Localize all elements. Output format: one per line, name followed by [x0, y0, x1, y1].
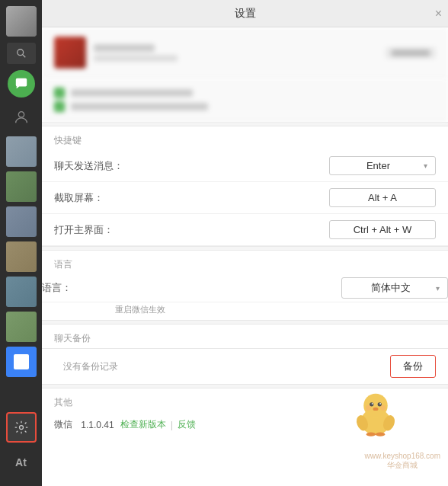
- language-section-label: 语言: [42, 251, 448, 274]
- options-section: [42, 78, 448, 122]
- backup-row: 没有备份记录 备份: [54, 355, 436, 378]
- backup-section-label: 聊天备份: [42, 325, 448, 348]
- language-chevron-icon: ▾: [436, 284, 440, 293]
- language-row: 语言： 简体中文 ▾: [42, 274, 448, 302]
- send-message-select[interactable]: Enter ▾: [329, 156, 436, 175]
- sidebar-item-settings[interactable]: [6, 412, 37, 443]
- svg-point-3: [19, 426, 23, 430]
- version-number: [72, 420, 75, 430]
- send-message-label: 聊天发送消息：: [54, 159, 329, 173]
- sidebar-item-1[interactable]: [6, 136, 37, 167]
- option-item-2: [54, 101, 436, 112]
- avatar[interactable]: [6, 6, 37, 37]
- sidebar-item-contacts[interactable]: [6, 102, 37, 133]
- option-item-1: [54, 88, 436, 98]
- option-label-1: [71, 89, 193, 97]
- sidebar-item-5[interactable]: [6, 277, 37, 307]
- backup-section: 没有备份记录 备份: [42, 348, 448, 384]
- sidebar-item-chat[interactable]: [6, 69, 37, 99]
- settings-body: 快捷键 聊天发送消息： Enter ▾ 截取屏幕： Alt + A 打开主界面：…: [42, 27, 448, 486]
- sidebar-item-6[interactable]: [6, 312, 37, 342]
- sidebar-item-4[interactable]: [6, 241, 37, 272]
- sidebar: At: [0, 0, 42, 486]
- account-section: [42, 27, 448, 78]
- settings-panel: 设置 ×: [42, 0, 448, 486]
- language-value: 简体中文: [350, 281, 431, 295]
- screenshot-row: 截取屏幕： Alt + A: [42, 182, 448, 214]
- sidebar-top: [0, 0, 42, 379]
- backup-button[interactable]: 备份: [390, 355, 436, 378]
- checkbox-2[interactable]: [54, 101, 65, 112]
- other-section-label: 其他: [42, 388, 448, 412]
- account-id: [94, 55, 386, 62]
- version-label: 微信: [54, 418, 72, 431]
- sidebar-bottom: At: [0, 410, 42, 486]
- open-main-shortcut: Ctrl + Alt + W: [329, 220, 436, 239]
- open-main-row: 打开主界面： Ctrl + Alt + W: [42, 214, 448, 246]
- option-label-2: [71, 103, 208, 110]
- account-avatar: [54, 37, 86, 69]
- language-select[interactable]: 简体中文 ▾: [341, 277, 448, 299]
- svg-point-0: [17, 50, 23, 56]
- separator: |: [171, 419, 173, 430]
- shortcuts-section-label: 快捷键: [42, 126, 448, 150]
- settings-header: 设置 ×: [42, 0, 448, 27]
- sidebar-item-2[interactable]: [6, 171, 37, 202]
- language-label: 语言：: [42, 281, 341, 295]
- checkbox-1[interactable]: [54, 88, 65, 98]
- version-row: 微信 1.1.0.41 检查新版本 | 反馈: [54, 418, 436, 431]
- feedback-link[interactable]: 反馈: [178, 418, 196, 431]
- gear-icon: [14, 420, 29, 435]
- open-main-label: 打开主界面：: [54, 223, 329, 237]
- close-button[interactable]: ×: [435, 7, 442, 21]
- app-container: At 设置 ×: [0, 0, 448, 486]
- sidebar-item-at[interactable]: At: [6, 447, 37, 478]
- at-label: At: [15, 456, 27, 468]
- settings-title: 设置: [235, 7, 256, 21]
- screenshot-shortcut: Alt + A: [329, 188, 436, 207]
- version-number-text: 1.1.0.41: [81, 420, 114, 430]
- chevron-down-icon: ▾: [424, 161, 427, 170]
- contacts-icon: [13, 109, 30, 126]
- send-message-row: 聊天发送消息： Enter ▾: [42, 150, 448, 182]
- sidebar-item-3[interactable]: [6, 206, 37, 237]
- restart-hint: 重启微信生效: [103, 302, 448, 320]
- screenshot-label: 截取屏幕：: [54, 191, 329, 205]
- check-update-link[interactable]: 检查新版本: [120, 418, 166, 431]
- sidebar-item-7[interactable]: [6, 347, 37, 377]
- search-button[interactable]: [7, 43, 36, 64]
- account-action-button[interactable]: [386, 47, 436, 59]
- account-name: [94, 44, 386, 52]
- other-section: 微信 1.1.0.41 检查新版本 | 反馈: [42, 412, 448, 437]
- send-message-value: Enter: [338, 160, 419, 171]
- backup-status: 没有备份记录: [63, 360, 390, 373]
- search-icon: [16, 48, 27, 59]
- account-info: [94, 44, 386, 62]
- svg-line-1: [22, 55, 25, 58]
- svg-point-2: [18, 112, 24, 117]
- chat-icon: [8, 70, 35, 98]
